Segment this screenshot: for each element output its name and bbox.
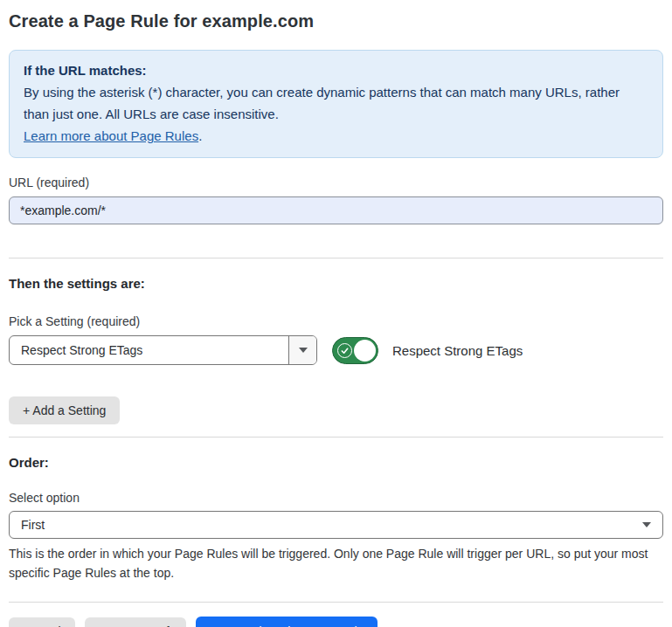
- chevron-down-icon: [642, 522, 651, 527]
- setting-select-value: Respect Strong ETags: [10, 343, 288, 357]
- order-select-label: Select option: [9, 491, 663, 505]
- setting-row: Respect Strong ETags Respect Strong ETag…: [9, 335, 663, 365]
- action-buttons: Cancel Save as Draft Save and Deploy Pag…: [9, 617, 663, 627]
- section-divider: [9, 258, 663, 258]
- settings-section-heading: Then the settings are:: [9, 276, 663, 291]
- page-title: Create a Page Rule for example.com: [9, 11, 663, 31]
- order-select-value: First: [10, 518, 642, 532]
- respect-strong-etags-toggle[interactable]: [332, 337, 378, 364]
- learn-more-link[interactable]: Learn more about Page Rules: [24, 128, 198, 143]
- section-divider: [9, 602, 663, 603]
- check-icon: [341, 347, 349, 355]
- save-draft-button[interactable]: Save as Draft: [85, 617, 187, 627]
- toggle-label: Respect Strong ETags: [392, 343, 523, 358]
- order-select-caret-holder: [642, 522, 662, 527]
- section-divider: [9, 437, 663, 438]
- url-match-info-box: If the URL matches: By using the asteris…: [9, 50, 663, 158]
- add-setting-button[interactable]: + Add a Setting: [9, 396, 120, 424]
- order-section-heading: Order:: [9, 455, 663, 470]
- info-box-heading: If the URL matches:: [24, 59, 648, 81]
- toggle-knob[interactable]: [354, 340, 376, 362]
- chevron-down-icon: [299, 348, 308, 353]
- order-select[interactable]: First: [9, 511, 663, 539]
- order-help-text: This is the order in which your Page Rul…: [9, 544, 655, 582]
- info-box-body: By using the asterisk (*) character, you…: [24, 81, 648, 125]
- url-input[interactable]: [9, 196, 663, 224]
- link-suffix: .: [198, 128, 202, 143]
- url-field-label: URL (required): [9, 176, 663, 189]
- check-circle-icon: [337, 343, 352, 358]
- pick-setting-label: Pick a Setting (required): [9, 314, 663, 328]
- cancel-button[interactable]: Cancel: [9, 617, 75, 627]
- info-box-link-line: Learn more about Page Rules.: [24, 125, 648, 147]
- setting-select[interactable]: Respect Strong ETags: [9, 335, 317, 365]
- setting-select-arrow-button[interactable]: [288, 336, 316, 364]
- save-deploy-button[interactable]: Save and Deploy Page Rule: [196, 617, 378, 627]
